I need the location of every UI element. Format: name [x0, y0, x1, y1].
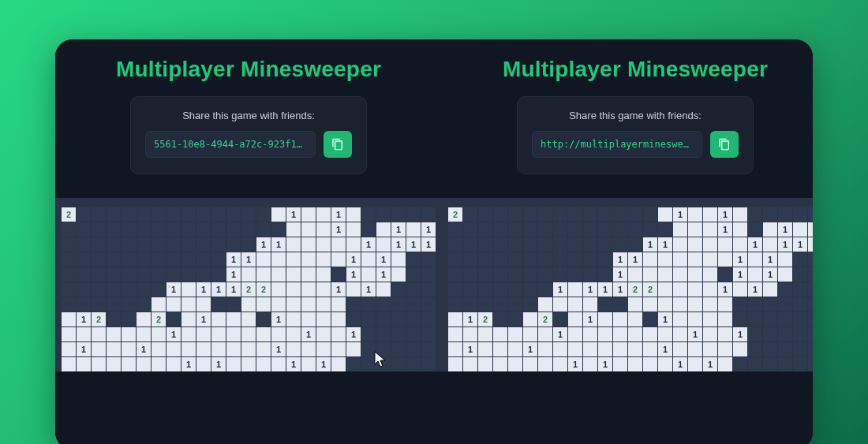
board-cell[interactable]: 1 — [391, 237, 406, 252]
board-cell[interactable] — [643, 327, 657, 341]
board-cell[interactable] — [733, 357, 747, 371]
board-cell[interactable] — [613, 207, 627, 222]
board-cell[interactable] — [448, 312, 462, 326]
board-cell[interactable]: 1 — [196, 312, 211, 326]
board-cell[interactable] — [316, 327, 331, 341]
board-cell[interactable] — [673, 282, 687, 297]
board-cell[interactable] — [286, 312, 301, 326]
board-cell[interactable] — [718, 252, 732, 267]
board-cell[interactable]: 1 — [376, 252, 391, 267]
board-cell[interactable] — [718, 327, 732, 341]
board-cell[interactable] — [137, 267, 151, 282]
board-cell[interactable] — [301, 207, 316, 222]
board-cell[interactable]: 1 — [583, 282, 597, 297]
board-cell[interactable]: 1 — [718, 207, 732, 222]
board-cell[interactable] — [166, 357, 181, 371]
board-cell[interactable] — [568, 222, 582, 237]
board-cell[interactable] — [62, 222, 76, 237]
minesweeper-board[interactable]: 2111111111111111111111122111221111111111… — [62, 207, 436, 371]
board-cell[interactable] — [107, 267, 121, 282]
board-cell[interactable] — [493, 207, 507, 222]
board-cell[interactable] — [346, 297, 361, 312]
board-cell[interactable] — [256, 342, 271, 356]
board-cell[interactable] — [391, 252, 406, 267]
board-cell[interactable] — [658, 327, 672, 341]
board-cell[interactable] — [448, 222, 462, 237]
board-cell[interactable] — [181, 327, 196, 341]
board-cell[interactable]: 1 — [226, 267, 241, 282]
board-cell[interactable] — [241, 312, 256, 326]
board-cell[interactable] — [808, 297, 813, 312]
board-cell[interactable] — [77, 237, 91, 252]
board-cell[interactable] — [316, 342, 331, 356]
board-cell[interactable]: 1 — [598, 357, 612, 371]
board-cell[interactable] — [643, 267, 657, 282]
board-cell[interactable] — [628, 297, 642, 312]
board-cell[interactable] — [316, 297, 331, 312]
board-cell[interactable] — [808, 357, 813, 371]
board-cell[interactable] — [508, 222, 522, 237]
board-cell[interactable] — [703, 267, 717, 282]
board-cell[interactable]: 2 — [92, 312, 106, 326]
board-cell[interactable] — [778, 357, 792, 371]
board-cell[interactable] — [62, 297, 76, 312]
board-cell[interactable] — [568, 237, 582, 252]
board-cell[interactable] — [107, 312, 121, 326]
board-cell[interactable] — [361, 207, 376, 222]
board-cell[interactable] — [301, 297, 316, 312]
board-cell[interactable] — [77, 327, 91, 341]
board-cell[interactable] — [391, 282, 406, 297]
board-cell[interactable] — [166, 207, 181, 222]
board-cell[interactable]: 1 — [421, 222, 436, 237]
board-cell[interactable] — [703, 327, 717, 341]
board-cell[interactable] — [406, 312, 421, 326]
board-cell[interactable] — [286, 252, 301, 267]
board-cell[interactable] — [703, 252, 717, 267]
board-cell[interactable] — [166, 312, 181, 326]
board-cell[interactable] — [211, 297, 226, 312]
board-cell[interactable] — [628, 357, 642, 371]
board-cell[interactable]: 1 — [346, 267, 361, 282]
board-cell[interactable] — [226, 297, 241, 312]
board-cell[interactable]: 1 — [406, 237, 421, 252]
board-cell[interactable] — [226, 357, 241, 371]
board-cell[interactable] — [77, 282, 91, 297]
board-cell[interactable]: 2 — [448, 207, 462, 222]
board-cell[interactable] — [62, 237, 76, 252]
board-cell[interactable] — [568, 282, 582, 297]
board-cell[interactable] — [493, 312, 507, 326]
board-cell[interactable] — [181, 267, 196, 282]
board-cell[interactable] — [553, 222, 567, 237]
board-cell[interactable] — [107, 207, 121, 222]
board-cell[interactable] — [137, 207, 151, 222]
board-cell[interactable] — [538, 327, 552, 341]
board-cell[interactable] — [568, 267, 582, 282]
board-cell[interactable] — [241, 207, 256, 222]
board-cell[interactable] — [152, 297, 166, 312]
board-cell[interactable] — [673, 297, 687, 312]
board-cell[interactable] — [538, 297, 552, 312]
board-cell[interactable] — [256, 357, 271, 371]
board-cell[interactable] — [406, 297, 421, 312]
board-cell[interactable] — [301, 267, 316, 282]
board-cell[interactable] — [463, 222, 477, 237]
board-cell[interactable] — [733, 312, 747, 326]
board-cell[interactable]: 1 — [523, 342, 537, 356]
board-cell[interactable] — [62, 312, 76, 326]
board-cell[interactable] — [166, 237, 181, 252]
board-cell[interactable] — [478, 252, 492, 267]
board-cell[interactable]: 1 — [166, 327, 181, 341]
board-cell[interactable]: 1 — [748, 237, 762, 252]
board-cell[interactable] — [628, 207, 642, 222]
board-cell[interactable] — [733, 297, 747, 312]
board-cell[interactable] — [107, 357, 121, 371]
board-cell[interactable] — [152, 252, 166, 267]
board-cell[interactable] — [463, 297, 477, 312]
board-cell[interactable] — [508, 267, 522, 282]
board-cell[interactable] — [107, 252, 121, 267]
board-cell[interactable] — [793, 327, 807, 341]
board-cell[interactable] — [122, 267, 136, 282]
board-cell[interactable]: 1 — [658, 312, 672, 326]
board-cell[interactable] — [256, 207, 271, 222]
board-cell[interactable] — [271, 207, 286, 222]
